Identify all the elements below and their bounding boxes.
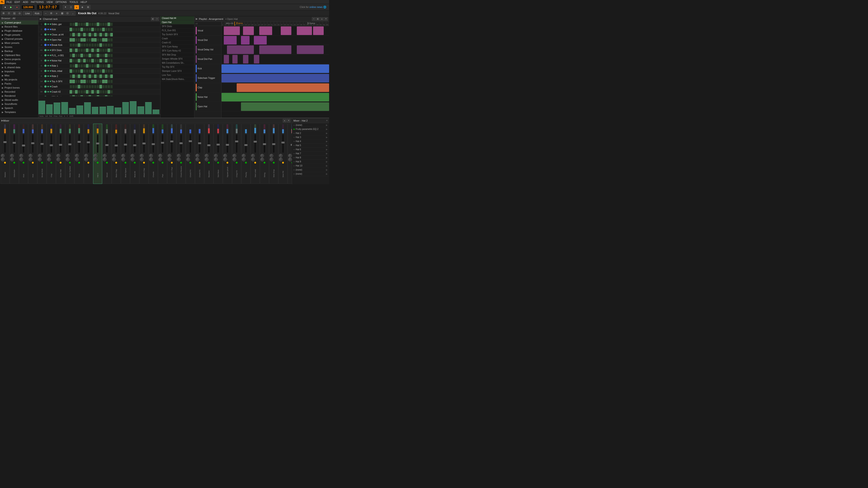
fx-slot-9[interactable]: Hat 9 ▶ xyxy=(292,160,329,164)
pad-7-3[interactable] xyxy=(78,59,80,62)
knob-8[interactable] xyxy=(75,154,79,158)
block-0-4[interactable] xyxy=(297,26,312,35)
playlist-btn-1[interactable]: ≡ xyxy=(312,17,315,21)
sidebar-item-soundfonts[interactable]: ▶Soundfonts xyxy=(0,102,38,106)
inst-channel-7[interactable]: SFX Cym Noisy xyxy=(160,45,194,49)
channel-led3[interactable] xyxy=(50,39,51,40)
pad-13-13[interactable] xyxy=(105,90,107,94)
knob2-9[interactable] xyxy=(84,158,88,161)
pad-5-15[interactable] xyxy=(110,48,113,52)
pad-10-4[interactable] xyxy=(81,74,83,78)
pad-12-10[interactable] xyxy=(97,85,99,88)
pad-3-12[interactable] xyxy=(102,38,105,41)
track-name-7[interactable]: Noise Hat xyxy=(194,92,221,102)
block-0-1[interactable] xyxy=(243,26,254,35)
pad-10-8[interactable] xyxy=(91,74,94,78)
pad-13-5[interactable] xyxy=(83,90,86,94)
channel-led3[interactable] xyxy=(50,29,51,30)
mixer-strip-29[interactable]: Sine Drop xyxy=(269,124,278,184)
fader-8[interactable] xyxy=(78,141,81,143)
inst-channel-15[interactable]: MA StaticShock Retro.. xyxy=(160,77,194,81)
pad-0-13[interactable] xyxy=(105,23,107,26)
channel-led2[interactable] xyxy=(48,34,49,35)
pad-11-12[interactable] xyxy=(102,80,105,83)
pad-10-5[interactable] xyxy=(83,74,86,78)
pad-9-15[interactable] xyxy=(110,69,113,73)
pad-13-4[interactable] xyxy=(81,90,83,94)
menu-patterns[interactable]: PATTERNS xyxy=(30,0,45,4)
channel-led3[interactable] xyxy=(50,24,51,25)
channel-selector[interactable]: Kick xyxy=(33,11,41,15)
channel-led2[interactable] xyxy=(48,91,49,92)
channel-led[interactable] xyxy=(44,59,46,62)
fader-4[interactable] xyxy=(40,143,43,145)
pad-4-5[interactable] xyxy=(83,43,86,47)
knob-21[interactable] xyxy=(195,154,199,158)
pad-1-15[interactable] xyxy=(110,28,113,31)
pad-7-11[interactable] xyxy=(99,59,102,62)
pad-6-15[interactable] xyxy=(110,54,113,57)
inst-channel-0[interactable]: Closed Hat #4 xyxy=(160,16,194,20)
pad-0-9[interactable] xyxy=(94,23,96,26)
pad-3-6[interactable] xyxy=(86,38,88,41)
pad-8-3[interactable] xyxy=(78,64,80,68)
pad-5-13[interactable] xyxy=(105,48,107,52)
pad-11-2[interactable] xyxy=(75,80,78,83)
mixer-strip-4[interactable]: Break Kick xyxy=(37,124,46,184)
sidebar-item-current-project[interactable]: ▶Current project xyxy=(0,21,38,25)
fader-9[interactable] xyxy=(87,141,90,143)
pad-7-0[interactable] xyxy=(70,59,72,62)
mixer-strip-6[interactable]: Noise Hat xyxy=(56,124,65,184)
knob-29[interactable] xyxy=(270,154,273,158)
knob-5[interactable] xyxy=(47,154,51,158)
magnet-btn[interactable]: ⊡ xyxy=(6,11,11,15)
pad-8-11[interactable] xyxy=(99,64,102,68)
channel-led[interactable] xyxy=(44,39,46,41)
knob2-13[interactable] xyxy=(121,158,125,161)
inst-channel-6[interactable]: Crash #2 xyxy=(160,41,194,45)
pad-8-14[interactable] xyxy=(107,64,110,68)
block-7-0[interactable] xyxy=(221,93,329,101)
pad-6-13[interactable] xyxy=(105,54,107,57)
block-0-0[interactable] xyxy=(224,26,240,35)
pad-5-11[interactable] xyxy=(99,48,102,52)
pad-12-0[interactable] xyxy=(70,85,72,88)
pad-1-2[interactable] xyxy=(75,28,78,31)
fader-23[interactable] xyxy=(217,144,220,145)
menu-view[interactable]: VIEW xyxy=(45,0,54,4)
knob2-21[interactable] xyxy=(195,158,199,161)
pad-9-7[interactable] xyxy=(89,69,91,73)
pad-1-8[interactable] xyxy=(91,28,94,31)
pad-5-9[interactable] xyxy=(94,48,96,52)
menu-options[interactable]: OPTIONS xyxy=(55,0,68,4)
pad-12-2[interactable] xyxy=(75,85,78,88)
pad-5-0[interactable] xyxy=(70,48,72,52)
fader-30[interactable] xyxy=(281,142,285,143)
pad-13-11[interactable] xyxy=(99,90,102,94)
edit-btn-6[interactable]: ↓ xyxy=(70,11,75,15)
mixer-strip-25[interactable]: Chop FX xyxy=(232,124,241,184)
knob2-24[interactable] xyxy=(223,158,227,161)
sidebar-item-envelopes[interactable]: ▶Envelopes xyxy=(0,61,38,65)
channel-led2[interactable] xyxy=(48,24,49,25)
channel-led[interactable] xyxy=(44,44,46,46)
pad-0-1[interactable] xyxy=(72,23,75,26)
pad-13-15[interactable] xyxy=(110,90,113,94)
knob2-17[interactable] xyxy=(158,158,162,161)
pad-11-15[interactable] xyxy=(110,80,113,83)
fader-10[interactable] xyxy=(96,142,99,144)
pad-2-10[interactable] xyxy=(97,33,99,36)
pad-7-10[interactable] xyxy=(97,59,99,62)
knob-18[interactable] xyxy=(168,154,171,158)
pad-6-7[interactable] xyxy=(89,54,91,57)
pad-10-9[interactable] xyxy=(94,74,96,78)
block-3-2[interactable] xyxy=(243,55,248,64)
pad-2-0[interactable] xyxy=(70,33,72,36)
pad-6-4[interactable] xyxy=(81,54,83,57)
inst-channel-9[interactable]: SFX 8bit Drop xyxy=(160,53,194,57)
pad-1-7[interactable] xyxy=(89,28,91,31)
knob-22[interactable] xyxy=(205,154,209,158)
pad-5-3[interactable] xyxy=(78,48,80,52)
pad-13-12[interactable] xyxy=(102,90,105,94)
knob2-12[interactable] xyxy=(112,158,116,161)
